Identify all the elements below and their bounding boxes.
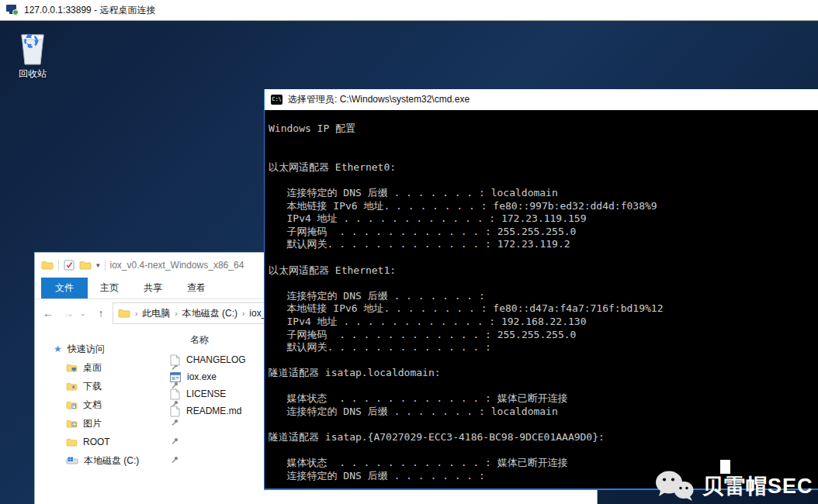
- column-header-name[interactable]: 名称: [190, 333, 209, 347]
- rdp-title: 127.0.0.1:33899 - 远程桌面连接: [24, 4, 155, 17]
- sidebar-item-label: ROOT: [83, 437, 110, 447]
- up-button[interactable]: ↑: [92, 307, 109, 319]
- sidebar-item-label: 文档: [83, 399, 102, 412]
- file-row-iox-exe[interactable]: iox.exe: [167, 368, 217, 385]
- cmd-output: Windows IP 配置 以太网适配器 Ethernet0: 连接特定的 DN…: [265, 110, 818, 483]
- recycle-bin-shortcut[interactable]: 回收站: [8, 30, 57, 81]
- file-name: iox.exe: [187, 371, 217, 382]
- folder-icon: [118, 309, 130, 318]
- documents-folder-icon: [66, 401, 78, 409]
- sidebar-item-label: 快速访问: [68, 343, 105, 356]
- sidebar-item-documents[interactable]: 文档: [35, 395, 163, 414]
- navigation-pane: ★ 快速访问 桌面: [35, 327, 163, 504]
- new-folder-icon[interactable]: [79, 261, 92, 270]
- wechat-icon: [654, 469, 695, 503]
- star-icon: ★: [54, 343, 62, 354]
- rdp-titlebar[interactable]: 127.0.0.1:33899 - 远程桌面连接: [0, 0, 818, 21]
- watermark: 贝雷帽SEC: [654, 469, 813, 503]
- file-icon: [170, 406, 180, 417]
- remote-desktop: 回收站 ▾ iox_v0.4-next_Windows_x86_64 文件 主页…: [0, 21, 818, 504]
- downloads-folder-icon: [66, 382, 78, 391]
- cmd-terminal[interactable]: Windows IP 配置 以太网适配器 Ethernet0: 连接特定的 DN…: [265, 110, 818, 488]
- properties-check-icon[interactable]: [64, 260, 75, 271]
- desktop-folder-icon: [66, 364, 78, 372]
- separator: [58, 260, 59, 271]
- sidebar-item-quick-access[interactable]: ★ 快速访问: [35, 340, 163, 358]
- tab-file[interactable]: 文件: [41, 278, 88, 299]
- cmd-window: C:\ 选择管理员: C:\Windows\system32\cmd.exe W…: [264, 89, 818, 490]
- file-row-readme[interactable]: README.md: [167, 402, 241, 419]
- sidebar-item-label: 下载: [83, 380, 102, 393]
- back-button[interactable]: ←: [40, 307, 57, 319]
- sidebar-item-desktop[interactable]: 桌面: [35, 358, 163, 377]
- pictures-folder-icon: [66, 419, 78, 428]
- sidebar-item-root[interactable]: ROOT: [35, 433, 163, 451]
- separator: [105, 260, 106, 271]
- folder-icon: [41, 261, 54, 270]
- exe-icon: [170, 372, 181, 382]
- drive-icon: [66, 457, 78, 465]
- sidebar-item-local-disk-c[interactable]: 本地磁盘 (C:): [35, 451, 163, 470]
- watermark-text: 贝雷帽SEC: [702, 472, 813, 500]
- chevron-right-icon: ›: [173, 309, 179, 318]
- file-name: CHANGELOG: [186, 354, 246, 365]
- cmd-window-title: 选择管理员: C:\Windows\system32\cmd.exe: [288, 93, 470, 106]
- sidebar-item-downloads[interactable]: 下载: [35, 377, 163, 395]
- rdp-connection-icon: [6, 5, 19, 16]
- history-dropdown-icon[interactable]: ⌄: [80, 309, 89, 317]
- sidebar-item-pictures[interactable]: 图片: [35, 414, 163, 433]
- chevron-right-icon: ›: [241, 309, 246, 318]
- file-name: README.md: [186, 406, 241, 416]
- tab-home[interactable]: 主页: [88, 278, 131, 299]
- file-icon: [170, 354, 180, 366]
- qat-dropdown-icon[interactable]: ▾: [96, 261, 100, 269]
- recycle-bin-icon: [16, 30, 49, 66]
- recycle-bin-label: 回收站: [8, 67, 57, 81]
- tab-share[interactable]: 共享: [131, 278, 175, 299]
- file-row-changelog[interactable]: CHANGELOG: [167, 351, 246, 368]
- cmd-icon: C:\: [271, 95, 282, 105]
- explorer-window-title: iox_v0.4-next_Windows_x86_64: [110, 260, 244, 271]
- breadcrumb-drive-c[interactable]: 本地磁盘 (C:): [182, 307, 237, 320]
- cmd-titlebar[interactable]: C:\ 选择管理员: C:\Windows\system32\cmd.exe: [265, 89, 818, 110]
- sidebar-item-label: 桌面: [83, 361, 102, 375]
- forward-button[interactable]: →: [60, 307, 77, 319]
- folder-icon: [66, 438, 78, 447]
- breadcrumb-this-pc[interactable]: 此电脑: [142, 307, 170, 320]
- tab-view[interactable]: 查看: [175, 278, 218, 299]
- file-icon: [170, 388, 180, 400]
- sidebar-item-label: 图片: [83, 417, 102, 430]
- chevron-right-icon: ›: [133, 309, 139, 318]
- file-row-license[interactable]: LICENSE: [167, 385, 226, 402]
- sidebar-item-label: 本地磁盘 (C:): [84, 454, 139, 468]
- file-name: LICENSE: [186, 388, 226, 399]
